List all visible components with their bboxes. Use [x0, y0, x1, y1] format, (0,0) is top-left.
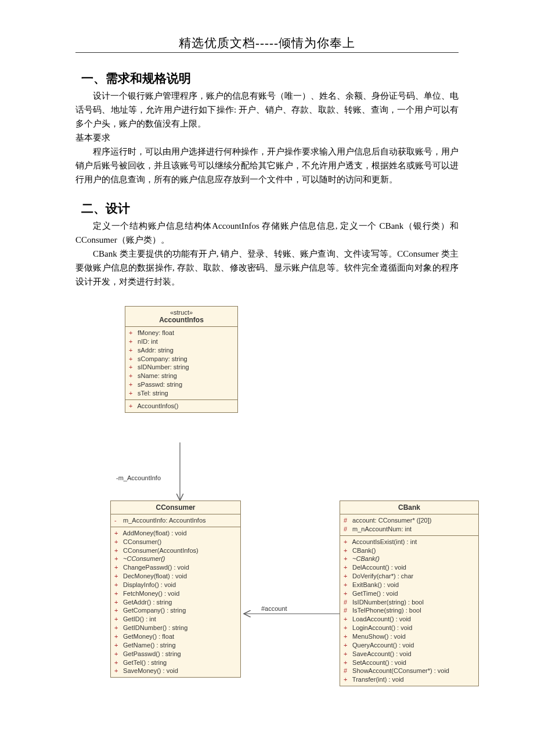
uml-member: + ExitBank() : void — [344, 581, 475, 589]
uml-member: + FetchMoney() : void — [114, 589, 237, 598]
uml-member: + SetAccount() : void — [344, 658, 475, 667]
uml-class-accountinfos: «struct» AccountInfos + fMoney: float+ n… — [125, 306, 238, 413]
uml-ops-cconsumer: + AddMoney(float) : void+ CConsumer()+ C… — [111, 527, 240, 677]
uml-title-accountinfos: «struct» AccountInfos — [125, 307, 237, 327]
section-2-title: 二、设计 — [81, 200, 459, 217]
document-page: 精选优质文档-----倾情为你奉上 一、需求和规格说明 设计一个银行账户管理程序… — [0, 0, 534, 756]
uml-member: + GetMoney() : float — [114, 632, 237, 641]
uml-member: + sTel: string — [129, 389, 234, 398]
uml-member: + sPasswd: string — [129, 380, 234, 389]
uml-ops-cbank: + AccountIsExist(int) : int+ CBank()+ ~C… — [340, 536, 478, 686]
uml-member: + AddMoney(float) : void — [114, 529, 237, 538]
uml-member: - m_AccountInfo: AccountInfos — [114, 516, 237, 525]
uml-member: + QueryAccount() : void — [344, 641, 475, 650]
uml-member: # m_nAccountNum: int — [344, 525, 475, 534]
uml-member: + CConsumer() — [114, 538, 237, 546]
uml-class-cbank: CBank # account: CConsumer* ([20])# m_nA… — [340, 501, 479, 686]
uml-class-cconsumer: CConsumer - m_AccountInfo: AccountInfos … — [110, 501, 241, 678]
uml-member: + sCompany: string — [129, 355, 234, 363]
uml-member: # ShowAccount(CConsumer*) : void — [344, 667, 475, 675]
section-1-title: 一、需求和规格说明 — [81, 70, 459, 87]
uml-member: + sName: string — [129, 372, 234, 380]
uml-member: + DelAccount() : void — [344, 563, 475, 572]
uml-member: + GetName() : string — [114, 641, 237, 650]
page-header: 精选优质文档-----倾情为你奉上 — [75, 35, 459, 51]
uml-member: + AccountInfos() — [129, 402, 234, 411]
uml-member: + Transfer(int) : void — [344, 675, 475, 684]
uml-member: # IsTelPhone(string) : bool — [344, 606, 475, 615]
uml-title-cconsumer: CConsumer — [111, 501, 240, 514]
uml-member: + SaveMoney() : void — [114, 667, 237, 675]
uml-member: + ChangePasswd() : void — [114, 563, 237, 572]
section-1-p1: 设计一个银行账户管理程序，账户的信息有账号（唯一）、姓名、余额、身份证号码、单位… — [75, 89, 459, 131]
uml-member: + GetTime() : void — [344, 589, 475, 598]
uml-ops-accountinfos: + AccountInfos() — [125, 400, 237, 412]
uml-attrs-cconsumer: - m_AccountInfo: AccountInfos — [111, 514, 240, 527]
uml-member: + CBank() — [344, 546, 475, 555]
uml-title-cbank: CBank — [340, 501, 478, 514]
uml-member: + nID: int — [129, 337, 234, 346]
uml-member: + DoVerify(char*) : char — [344, 572, 475, 581]
label-account: #account — [261, 605, 287, 612]
label-m-accountinfo: -m_AccountInfo — [116, 474, 161, 481]
uml-member: + SaveAccount() : void — [344, 650, 475, 658]
uml-member: + GetAddr() : string — [114, 598, 237, 607]
uml-attrs-cbank: # account: CConsumer* ([20])# m_nAccount… — [340, 514, 478, 536]
uml-member: + LoginAccount() : void — [344, 624, 475, 632]
uml-member: + GetIDNumber() : string — [114, 624, 237, 632]
uml-member: + MenuShow() : void — [344, 632, 475, 641]
uml-attrs-accountinfos: + fMoney: float+ nID: int+ sAddr: string… — [125, 327, 237, 400]
header-divider — [75, 52, 459, 53]
uml-member: + sIDNumber: string — [129, 363, 234, 372]
uml-member: + ~CConsumer() — [114, 555, 237, 563]
uml-member: + CConsumer(AccountInfos) — [114, 546, 237, 555]
uml-member: + DecMoney(float) : void — [114, 572, 237, 581]
uml-member: + GetTel() : string — [114, 658, 237, 667]
uml-member: + DisplayInfo() : void — [114, 581, 237, 589]
uml-member: # account: CConsumer* ([20]) — [344, 516, 475, 525]
uml-member: + GetCompany() : string — [114, 606, 237, 615]
uml-member: + sAddr: string — [129, 346, 234, 355]
section-1-p3: 程序运行时，可以由用户选择进行何种操作，开户操作要求输入用户信息后自动获取账号，… — [75, 145, 459, 186]
uml-member: + GetPasswd() : string — [114, 650, 237, 658]
uml-member: + GetID() : int — [114, 615, 237, 624]
section-1-p2: 基本要求 — [75, 131, 459, 145]
uml-member: # IsIDNumber(string) : bool — [344, 598, 475, 607]
uml-member: + AccountIsExist(int) : int — [344, 538, 475, 546]
uml-member: + LoadAccount() : void — [344, 615, 475, 624]
section-2-p2: CBank 类主要提供的功能有开户, 销户、登录、转账、账户查询、文件读写等。C… — [75, 247, 459, 289]
uml-member: + fMoney: float — [129, 329, 234, 337]
section-2-p1: 定义一个结构账户信息结构体AccountInfos 存储账户信息信息, 定义一个… — [75, 219, 459, 247]
uml-diagram: -m_AccountInfo #account «struct» Account… — [110, 306, 482, 756]
uml-member: + ~CBank() — [344, 555, 475, 563]
